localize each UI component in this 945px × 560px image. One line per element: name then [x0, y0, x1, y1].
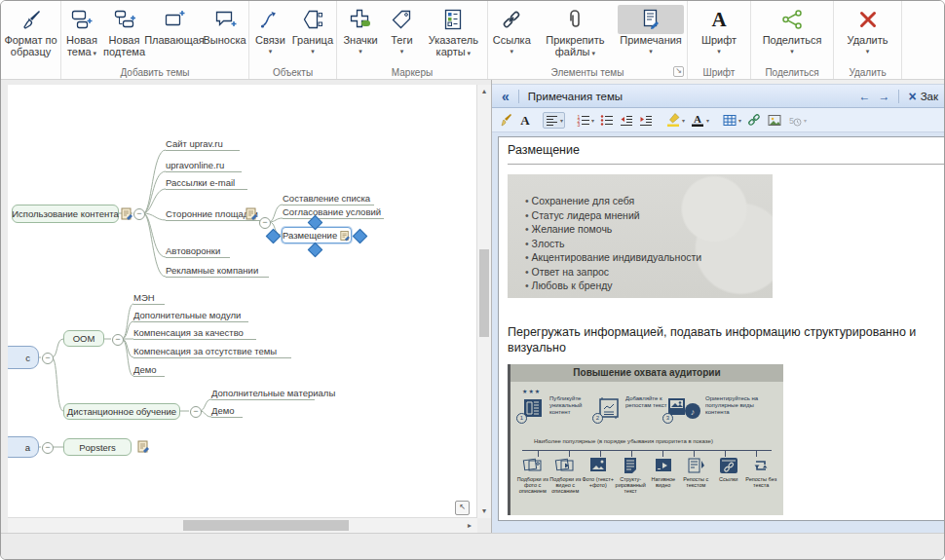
format-painter-button[interactable]: Формат по образцу: [2, 4, 59, 65]
note-editor[interactable]: Размещение Сохранение для себя Статус ли…: [498, 136, 944, 521]
boundary-button[interactable]: Граница: [290, 4, 335, 65]
collapse-button[interactable]: [112, 334, 124, 346]
note-icon[interactable]: [121, 207, 133, 220]
vertical-scroll-thumb[interactable]: [479, 249, 489, 337]
vertical-scrollbar[interactable]: [476, 85, 491, 518]
slide-bullet: Акцентирование индивидуальности: [525, 250, 773, 265]
ribbon-group-font: A Шрифт Шрифт: [688, 1, 751, 79]
topic-demo-1[interactable]: Демо: [133, 363, 165, 377]
close-panel-label[interactable]: Зак: [921, 91, 938, 102]
topic-demo-2[interactable]: Демо: [211, 404, 243, 418]
topic-oom[interactable]: ООМ: [63, 330, 104, 347]
note-icon[interactable]: [137, 440, 150, 453]
topic-upravonline[interactable]: upravonline.ru: [166, 159, 242, 172]
ribbon-group-add-topics: Новая тема Новая подтема Плавающая: [61, 1, 249, 79]
icons-marker-button[interactable]: Значки: [338, 4, 383, 65]
topic-dopmat[interactable]: Дополнительные материалы: [211, 387, 315, 400]
increase-indent-button[interactable]: [636, 112, 655, 129]
collapse-button[interactable]: [42, 442, 54, 454]
insert-image-button[interactable]: [765, 112, 784, 129]
insert-link-button[interactable]: [744, 111, 764, 129]
app-window: Формат по образцу Новая тема Новая подте…: [0, 0, 945, 560]
callout-button[interactable]: Выноска: [202, 4, 247, 65]
attach-files-button[interactable]: Прикрепить файлы: [535, 4, 616, 65]
group-label-font: Шрифт: [688, 67, 750, 78]
topic-cut-left-1[interactable]: с: [8, 346, 39, 369]
font-dialog-button[interactable]: A: [516, 111, 534, 129]
numbered-list-button[interactable]: 123: [574, 112, 596, 129]
fit-map-button[interactable]: [455, 501, 470, 515]
collapse-button[interactable]: [42, 353, 54, 364]
svg-text:A: A: [520, 113, 530, 128]
collapse-button[interactable]: [190, 406, 202, 418]
horizontal-scroll-thumb[interactable]: [183, 520, 349, 531]
boundary-icon: [292, 5, 333, 34]
topic-dopmoduli[interactable]: Дополнительные модули: [133, 309, 248, 322]
new-topic-icon: [64, 5, 99, 34]
new-topic-button[interactable]: Новая тема: [62, 4, 101, 65]
collapse-button[interactable]: [259, 217, 271, 229]
group-label-share: Поделиться: [751, 67, 833, 78]
decrease-indent-button[interactable]: [617, 112, 635, 129]
topic-soglasovanie[interactable]: Согласование условий: [283, 205, 384, 219]
delete-icon: [848, 5, 888, 34]
notes-panel: Примечания темы Зак A 123 A: [491, 80, 944, 533]
topic-avtovoronki[interactable]: Автоворонки: [166, 244, 230, 258]
bullet-list-button[interactable]: [597, 112, 616, 129]
svg-text:A: A: [711, 8, 727, 31]
close-panel-icon[interactable]: [908, 89, 916, 104]
note-icon[interactable]: [246, 207, 258, 220]
ribbon-group-markers: Значки Теги Указатель карты Маркеры: [337, 1, 488, 79]
format-brush-button[interactable]: [496, 111, 515, 129]
topic-distancionnoe[interactable]: Дистанционное обучение: [63, 403, 180, 420]
callout-icon: [204, 5, 246, 34]
font-color-button[interactable]: A: [688, 111, 711, 129]
topic-kompkach[interactable]: Компенсация за качество: [133, 326, 256, 340]
insert-table-button[interactable]: [720, 112, 743, 129]
collapse-panel-icon[interactable]: [502, 89, 510, 104]
new-subtopic-button[interactable]: Новая подтема: [101, 4, 147, 65]
map-canvas[interactable]: Использование контента Сайт uprav.ru upr…: [8, 85, 477, 518]
tags-button[interactable]: Теги: [383, 4, 421, 65]
share-button[interactable]: Поделиться: [761, 4, 824, 65]
scroll-up-arrow[interactable]: [477, 85, 491, 98]
note-icon[interactable]: [340, 230, 351, 242]
map-index-button[interactable]: Указатель карты: [421, 4, 486, 65]
ribbon-group-share: Поделиться Поделиться: [751, 1, 834, 79]
dropdown-caret: [94, 46, 97, 57]
highlight-color-button[interactable]: [663, 111, 687, 129]
dropdown-caret: [255, 46, 285, 56]
ribbon-group-clipboard: Формат по образцу: [1, 1, 61, 79]
align-button[interactable]: [543, 112, 565, 129]
group-label-topic-elements: Элементы темы: [488, 67, 687, 78]
ribbon-group-topic-elements: Ссылка Прикрепить файлы Примечания Элеме…: [488, 1, 688, 79]
insert-timestamp-button[interactable]: 5: [785, 112, 809, 129]
notes-button[interactable]: Примечания: [616, 4, 686, 65]
font-button[interactable]: A Шрифт: [699, 4, 738, 65]
topic-men[interactable]: МЭН: [133, 291, 165, 305]
scroll-down-arrow[interactable]: [477, 504, 491, 518]
scroll-right-arrow[interactable]: [464, 518, 475, 533]
infographic-step-1: ★★★ 1 Публикуйте уникальный контент: [520, 395, 598, 421]
paperclip-icon: [537, 5, 614, 34]
topic-cut-left-2[interactable]: а: [8, 436, 39, 458]
floating-topic-button[interactable]: Плавающая: [147, 4, 202, 65]
note-image-slide[interactable]: Сохранение для себя Статус лидера мнений…: [508, 174, 773, 298]
topic-site[interactable]: Сайт uprav.ru: [166, 137, 240, 151]
topic-razmeshchenie-selected[interactable]: Размещение: [282, 227, 352, 243]
note-infographic[interactable]: Повышение охвата аудитории ★★★ 1 Публику…: [508, 364, 783, 515]
hyperlink-button[interactable]: Ссылка: [489, 4, 535, 65]
topic-reklamnye[interactable]: Рекламные компании: [166, 264, 269, 278]
dialog-launcher-icon[interactable]: [673, 66, 684, 77]
collapse-button[interactable]: [133, 208, 145, 220]
topic-rassylki[interactable]: Рассылки e-mail: [166, 176, 247, 190]
delete-button[interactable]: Удалить: [846, 4, 890, 65]
next-note-icon[interactable]: [878, 90, 889, 103]
horizontal-scrollbar[interactable]: [8, 517, 477, 533]
prev-note-icon[interactable]: [858, 90, 870, 103]
topic-sostavlenie[interactable]: Составление списка: [283, 192, 374, 205]
relationships-button[interactable]: Связи: [250, 4, 290, 65]
topic-popsters[interactable]: Popsters: [63, 438, 132, 456]
topic-kompotsut[interactable]: Компенсация за отсутствие темы: [133, 345, 291, 358]
topic-ispolzovanie-kontenta[interactable]: Использование контента: [12, 205, 119, 223]
